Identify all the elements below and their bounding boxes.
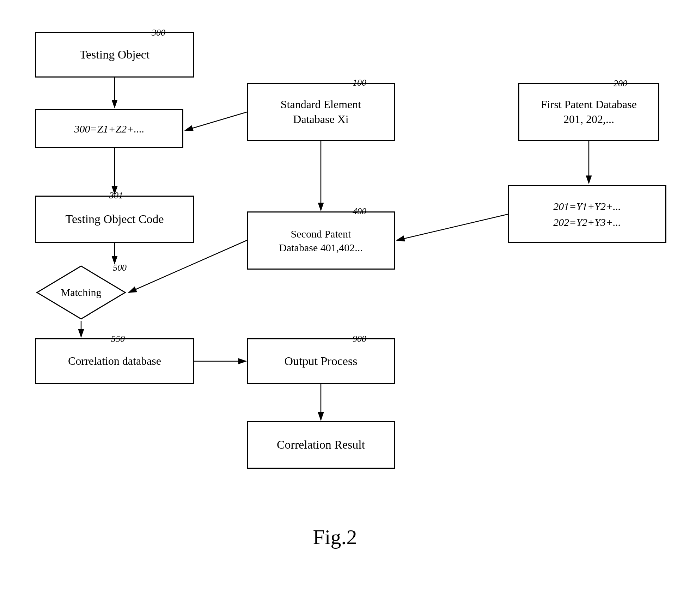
diagram: Testing Object 300 300=Z1+Z2+.... Testin… [0, 0, 696, 616]
fig-caption: Fig.2 [264, 525, 405, 549]
tag-301: 301 [109, 190, 123, 201]
decomposition-box: 300=Z1+Z2+.... [35, 109, 183, 148]
decomp2-label: 201=Y1+Y2+... 202=Y2+Y3+... [553, 198, 621, 230]
svg-line-4 [185, 112, 247, 130]
standard-element-db-label: Standard Element Database Xi [281, 97, 361, 127]
correlation-result-label: Correlation Result [277, 437, 365, 452]
matching-label: Matching [61, 287, 102, 298]
correlation-db-label: Correlation database [68, 354, 161, 369]
svg-line-6 [129, 240, 247, 292]
svg-line-8 [397, 214, 508, 240]
testing-object-code-label: Testing Object Code [65, 211, 164, 227]
second-patent-db-box: Second Patent Database 401,402... [247, 211, 395, 270]
testing-object-label: Testing Object [80, 47, 150, 62]
second-patent-db-label: Second Patent Database 401,402... [279, 227, 362, 254]
output-process-box: Output Process [247, 338, 395, 384]
testing-object-box: Testing Object [35, 32, 194, 78]
decomposition-label: 300=Z1+Z2+.... [74, 122, 144, 136]
output-process-label: Output Process [285, 353, 358, 369]
standard-element-db-box: Standard Element Database Xi [247, 83, 395, 141]
tag-900: 900 [353, 334, 366, 344]
tag-200: 200 [613, 78, 627, 89]
first-patent-db-label: First Patent Database 201, 202,... [541, 97, 637, 127]
correlation-result-box: Correlation Result [247, 421, 395, 469]
tag-550: 550 [111, 334, 125, 344]
tag-100: 100 [353, 78, 366, 88]
tag-500: 500 [113, 263, 127, 273]
correlation-db-box: Correlation database [35, 338, 194, 384]
first-patent-db-box: First Patent Database 201, 202,... [518, 83, 659, 141]
tag-300: 300 [152, 27, 165, 38]
decomp2-box: 201=Y1+Y2+... 202=Y2+Y3+... [508, 185, 666, 243]
tag-400: 400 [353, 206, 366, 217]
testing-object-code-box: Testing Object Code [35, 196, 194, 243]
